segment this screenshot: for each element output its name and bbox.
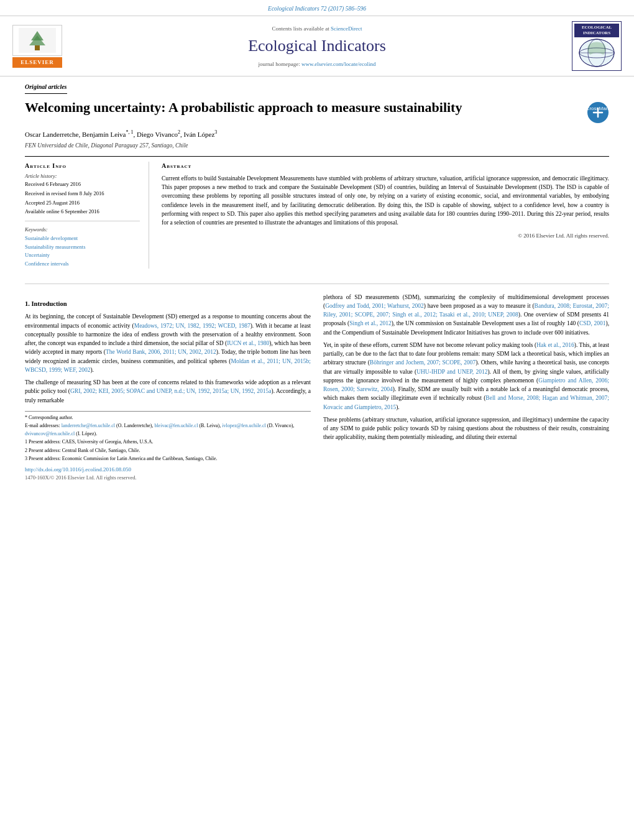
journal-homepage: journal homepage: www.elsevier.com/locat…: [75, 60, 559, 68]
keyword-1[interactable]: Sustainability measurements: [25, 243, 140, 252]
footnote-area: * Corresponding author. E-mail addresses…: [25, 411, 311, 462]
intro-para2: The challenge of measuring SD has been a…: [25, 378, 311, 405]
email4[interactable]: dvivancov@fen.uchile.cl: [25, 431, 75, 436]
authors-end: , Iván López: [180, 131, 214, 138]
sciencedirect-link[interactable]: ScienceDirect: [331, 25, 362, 32]
corresponding-label: * Corresponding author.: [25, 415, 73, 420]
authors-main: Oscar Landerretche, Benjamín Leiva: [25, 131, 126, 138]
cite-giampietro[interactable]: Giampietro and Allen, 2006; Rosen, 2000;…: [323, 377, 609, 392]
cite-uhu[interactable]: UHU-IHDP and UNEP, 2012: [416, 369, 487, 375]
intro-para1: At its beginning, the concept of Sustain…: [25, 312, 311, 374]
doi-link[interactable]: http://dx.doi.org/10.1016/j.ecolind.2016…: [25, 466, 131, 473]
footnote-1: 1 Present address: CAES, University of G…: [25, 438, 311, 445]
homepage-label: journal homepage:: [259, 61, 300, 67]
journal-logo-box: ECOLOGICAL INDICATORS: [572, 21, 622, 71]
keywords-label: Keywords:: [25, 226, 140, 234]
history-label: Article history:: [25, 173, 140, 180]
journal-logo-title: ECOLOGICAL INDICATORS: [574, 24, 619, 37]
article-info-title: Article Info: [25, 162, 140, 170]
keyword-3[interactable]: Confidence intervals: [25, 260, 140, 269]
authors-line: Oscar Landerretche, Benjamín Leiva*, 1, …: [25, 129, 609, 139]
authors-rest: , Diego Vivanco: [133, 131, 178, 138]
info-divider: [25, 221, 140, 221]
received1: Received 6 February 2016: [25, 181, 140, 188]
cite-godfrey[interactable]: Godfrey and Todd, 2001; Warhurst, 2002: [325, 303, 424, 309]
article-title-row: Welcoming uncertainty: A probabilistic a…: [25, 99, 609, 124]
keyword-0[interactable]: Sustainable development: [25, 234, 140, 243]
crossmark-icon: CrossMark: [587, 101, 609, 124]
right-para3: These problems (arbitrary structure, val…: [323, 415, 609, 442]
crossmark-badge[interactable]: CrossMark: [587, 101, 609, 124]
footnote-2: 2 Present address: Central Bank of Chile…: [25, 447, 311, 454]
footnote-corresponding: * Corresponding author.: [25, 414, 311, 421]
main-content-divider: [25, 284, 609, 284]
email4-name: (I. López).: [76, 431, 97, 436]
homepage-link[interactable]: www.elsevier.com/locate/ecolind: [301, 61, 375, 67]
footnote-emails2: dvivancov@fen.uchile.cl (I. López).: [25, 430, 311, 437]
cite-moldan[interactable]: Moldan et al., 2011; UN, 2015b; WBCSD, 1…: [25, 358, 311, 373]
left-body-col: 1. Introduction At its beginning, the co…: [25, 293, 311, 482]
intro-heading: 1. Introduction: [25, 299, 311, 309]
cite-bell[interactable]: Bell and Morse, 2008; Hagan and Whitman,…: [323, 395, 609, 410]
cite-meadows[interactable]: Meadows, 1972; UN, 1982, 1992; WCED, 198…: [134, 323, 250, 329]
elsevier-logo: ELSEVIER: [12, 25, 62, 68]
journal-globe-icon: [577, 37, 616, 68]
article-body: Original articles Welcoming uncertainty:…: [0, 76, 634, 274]
copyright: © 2016 Elsevier Ltd. All rights reserved…: [162, 232, 609, 240]
header-center: Contents lists available at ScienceDirec…: [75, 25, 559, 68]
keyword-2[interactable]: Uncertainty: [25, 251, 140, 260]
cite-worldbank[interactable]: The World Bank, 2006, 2011; UN, 2002, 20…: [106, 349, 216, 355]
footnote-emails: E-mail addresses: landerretche@fen.uchil…: [25, 422, 311, 429]
elsevier-tree-icon: [19, 28, 56, 53]
journal-ref-text: Ecological Indicators 72 (2017) 586–596: [268, 6, 366, 12]
email3-name: (D. Vivanco),: [267, 423, 295, 428]
email1[interactable]: landerretche@fen.uchile.cl: [62, 423, 115, 428]
right-para2: Yet, in spite of these efforts, current …: [323, 341, 609, 412]
sciencedirect-prefix: Contents lists available at: [272, 25, 329, 32]
email-label: E-mail addresses:: [25, 423, 60, 428]
footnote-3: 3 Present address: Economic Commission f…: [25, 455, 311, 462]
elsevier-label: ELSEVIER: [12, 57, 62, 68]
article-info-abstract: Article Info Article history: Received 6…: [25, 156, 609, 269]
header-band: ELSEVIER Contents lists available at Sci…: [0, 16, 634, 76]
abstract-title: Abstract: [162, 162, 609, 170]
cite-singh[interactable]: Singh et al., 2012: [349, 320, 391, 326]
email2-name: (B. Leiva),: [199, 423, 221, 428]
authors-sup3: 3: [214, 129, 217, 135]
available-online: Available online 6 September 2016: [25, 208, 140, 216]
authors-sup1: *, 1: [126, 129, 133, 135]
cite-bohringer[interactable]: Böhringer and Jochem, 2007; SCOPE, 2007: [370, 359, 476, 366]
received2: Received in revised form 8 July 2016: [25, 190, 140, 198]
abstract-text: Current efforts to build Sustainable Dev…: [162, 174, 609, 228]
sciencedirect-line: Contents lists available at ScienceDirec…: [75, 25, 559, 33]
journal-ref: Ecological Indicators 72 (2017) 586–596: [0, 0, 634, 16]
section-label: Original articles: [25, 83, 67, 94]
issn-footer: 1470-160X/© 2016 Elsevier Ltd. All right…: [25, 474, 311, 482]
article-info-col: Article Info Article history: Received 6…: [25, 162, 149, 269]
abstract-col: Abstract Current efforts to build Sustai…: [162, 162, 609, 269]
email3[interactable]: ivlopez@fen.uchile.cl: [222, 423, 265, 428]
two-col-body: 1. Introduction At its beginning, the co…: [0, 293, 634, 482]
cite-gri[interactable]: GRI, 2002; KEI, 2005; SOPAC and UNEP, n.…: [70, 388, 271, 394]
page: Ecological Indicators 72 (2017) 586–596 …: [0, 0, 634, 840]
affiliation: FEN Universidad de Chile, Diagonal Parag…: [25, 142, 609, 150]
article-title: Welcoming uncertainty: A probabilistic a…: [25, 99, 581, 116]
email1-name: (O. Landerretche),: [116, 423, 153, 428]
cite-csd[interactable]: CSD, 2001: [579, 320, 605, 326]
section-num: 1.: [25, 300, 30, 307]
section-title: Introduction: [32, 300, 67, 307]
accepted-date: Accepted 25 August 2016: [25, 200, 140, 207]
cite-hak[interactable]: Hak et al., 2016: [536, 342, 574, 348]
right-body-col: plethora of SD measurements (SDM), summa…: [323, 293, 609, 482]
journal-title: Ecological Indicators: [75, 35, 559, 57]
svg-rect-3: [35, 45, 40, 50]
keywords-list: Sustainable development Sustainability m…: [25, 234, 140, 268]
email2[interactable]: bleivac@fen.uchile.cl: [154, 423, 198, 428]
cite-iucn[interactable]: IUCN et al., 1980: [227, 340, 269, 346]
right-para1: plethora of SD measurements (SDM), summa…: [323, 293, 609, 337]
